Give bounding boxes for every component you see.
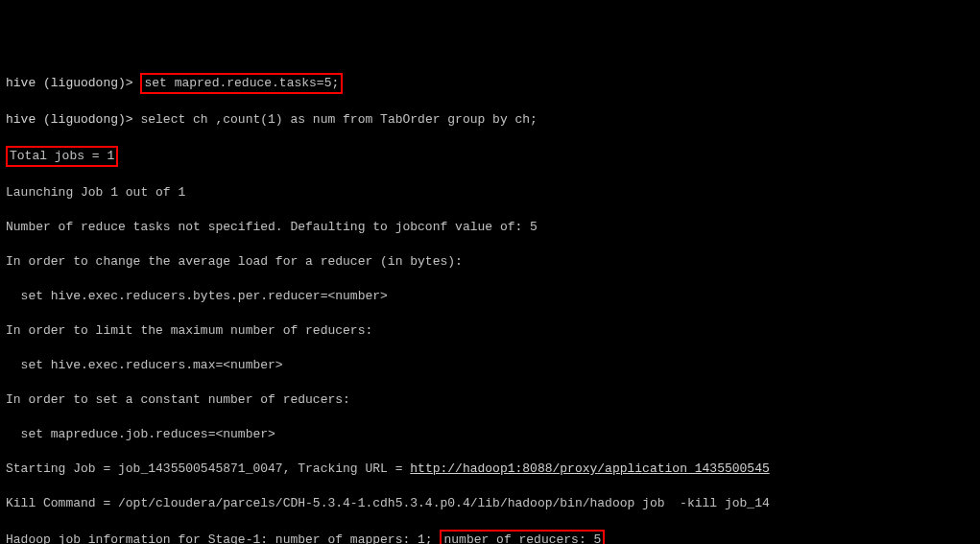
output-line: In order to change the average load for … [6,253,974,271]
command-text: select ch ,count(1) as num from TabOrder… [140,112,537,127]
output-line: In order to set a constant number of red… [6,391,974,409]
highlighted-total-jobs: Total jobs = 1 [6,146,118,167]
output-line: Launching Job 1 out of 1 [6,184,974,201]
output-line: Kill Command = /opt/cloudera/parcels/CDH… [6,495,974,512]
output-line: Hadoop job information for Stage-1: numb… [6,530,974,544]
highlighted-command-1: set mapred.reduce.tasks=5; [140,73,343,94]
tracking-url-link[interactable]: http://hadoop1:8088/proxy/application_14… [410,461,769,476]
prompt: hive (liguodong)> [6,76,133,90]
output-line: set hive.exec.reducers.max=<number> [6,357,974,374]
start-job-text: Starting Job = job_1435500545871_0047, T… [6,461,410,476]
prompt-line-1[interactable]: hive (liguodong)> set mapred.reduce.task… [6,73,974,94]
output-line: Number of reduce tasks not specified. De… [6,219,974,236]
output-line: set mapreduce.job.reduces=<number> [6,426,974,443]
prompt: hive (liguodong)> [6,112,133,127]
highlighted-reducers: number of reducers: 5 [440,530,605,544]
output-line: Starting Job = job_1435500545871_0047, T… [6,461,974,478]
output-line: Total jobs = 1 [6,146,974,167]
output-line: In order to limit the maximum number of … [6,322,974,340]
output-line: set hive.exec.reducers.bytes.per.reducer… [6,288,974,305]
job-info-text: Hadoop job information for Stage-1: numb… [6,532,440,544]
prompt-line-2[interactable]: hive (liguodong)> select ch ,count(1) as… [6,111,974,129]
